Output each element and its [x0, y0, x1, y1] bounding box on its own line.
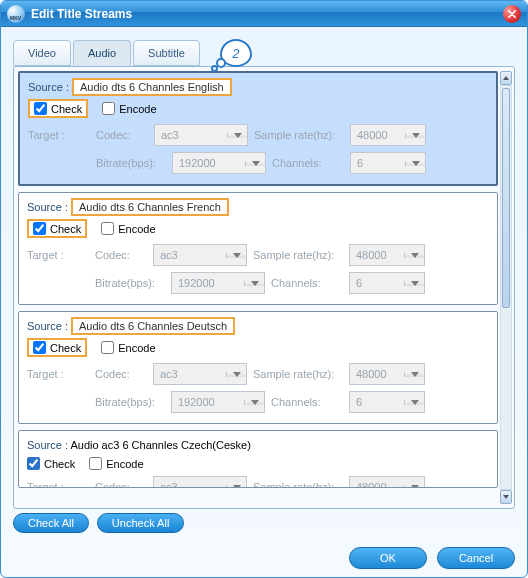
- tab-subtitle[interactable]: Subtitle: [133, 40, 200, 66]
- check-all-button[interactable]: Check All: [13, 513, 89, 533]
- tab-video[interactable]: Video: [13, 40, 71, 66]
- scroll-thumb[interactable]: [502, 88, 510, 308]
- sample-rate-label: Sample rate(hz):: [253, 368, 343, 380]
- streams-scrollarea: Source : Audio dts 6 Channles English Ch…: [18, 71, 498, 504]
- channels-combo-value: 6: [350, 396, 404, 408]
- codec-combo-dropdown-button[interactable]: [226, 485, 246, 489]
- chevron-down-icon: [411, 372, 419, 377]
- scroll-track[interactable]: [500, 85, 512, 490]
- bitrate-combo-dropdown-button[interactable]: [244, 281, 264, 286]
- codec-combo[interactable]: ac3: [153, 363, 247, 385]
- encode-group: Encode: [101, 341, 155, 354]
- target-label: Target :: [27, 481, 89, 488]
- uncheck-all-button[interactable]: Uncheck All: [97, 513, 184, 533]
- target-row-2: Bitrate(bps): 192000 Channels: 6: [27, 272, 489, 294]
- bitrate-label: Bitrate(bps):: [95, 277, 165, 289]
- channels-combo-dropdown-button[interactable]: [404, 281, 424, 286]
- encode-checkbox[interactable]: [101, 222, 114, 235]
- encode-checkbox[interactable]: [101, 341, 114, 354]
- bitrate-combo-dropdown-button[interactable]: [245, 161, 265, 166]
- bitrate-label: Bitrate(bps):: [96, 157, 166, 169]
- sample-rate-combo-dropdown-button[interactable]: [404, 485, 424, 489]
- check-group: Check: [27, 457, 75, 470]
- check-group: Check: [27, 338, 87, 357]
- sample-rate-combo[interactable]: 48000: [350, 124, 426, 146]
- ok-button[interactable]: OK: [349, 547, 427, 569]
- source-label: Source :: [27, 439, 68, 451]
- scroll-down-button[interactable]: [500, 490, 512, 504]
- tab-audio[interactable]: Audio: [73, 40, 131, 66]
- sample-rate-combo-dropdown-button[interactable]: [404, 372, 424, 377]
- channels-combo-dropdown-button[interactable]: [404, 400, 424, 405]
- sample-rate-label: Sample rate(hz):: [253, 249, 343, 261]
- check-label: Check: [51, 103, 82, 115]
- bitrate-combo[interactable]: 192000: [171, 391, 265, 413]
- close-button[interactable]: [503, 5, 521, 23]
- codec-combo[interactable]: ac3: [153, 244, 247, 266]
- check-checkbox[interactable]: [27, 457, 40, 470]
- bitrate-label: Bitrate(bps):: [95, 396, 165, 408]
- dialog-window: Edit Title Streams Video Audio Subtitle …: [0, 0, 528, 578]
- sample-rate-label: Sample rate(hz):: [254, 129, 344, 141]
- chevron-down-icon: [233, 253, 241, 258]
- step-callout: 2: [220, 39, 252, 67]
- channels-label: Channels:: [271, 396, 343, 408]
- cancel-button[interactable]: Cancel: [437, 547, 515, 569]
- sample-rate-combo-value: 48000: [350, 249, 404, 261]
- channels-combo-dropdown-button[interactable]: [405, 161, 425, 166]
- check-label: Check: [44, 458, 75, 470]
- sample-rate-combo-value: 48000: [350, 481, 404, 488]
- codec-combo-dropdown-button[interactable]: [226, 372, 246, 377]
- close-icon: [508, 10, 516, 18]
- source-value: Audio dts 6 Channles Deutsch: [71, 317, 235, 335]
- bitrate-combo[interactable]: 192000: [172, 152, 266, 174]
- titlebar: Edit Title Streams: [1, 1, 527, 27]
- check-checkbox[interactable]: [34, 102, 47, 115]
- channels-combo[interactable]: 6: [349, 391, 425, 413]
- stream-block: Source : Audio dts 6 Channles Deutsch Ch…: [18, 311, 498, 424]
- chevron-down-icon: [252, 161, 260, 166]
- check-checkbox[interactable]: [33, 341, 46, 354]
- scroll-up-button[interactable]: [500, 71, 512, 85]
- codec-label: Codec:: [95, 249, 147, 261]
- bitrate-combo-value: 192000: [172, 277, 244, 289]
- target-label: Target :: [27, 249, 89, 261]
- sample-rate-combo[interactable]: 48000: [349, 244, 425, 266]
- sample-rate-combo-dropdown-button[interactable]: [405, 133, 425, 138]
- source-label: Source :: [27, 201, 68, 213]
- bitrate-combo-dropdown-button[interactable]: [244, 400, 264, 405]
- target-row-1: Target : Codec: ac3 Sample rate(hz): 480…: [27, 244, 489, 266]
- encode-checkbox[interactable]: [89, 457, 102, 470]
- checkbox-row: Check Encode: [27, 219, 489, 238]
- source-label: Source :: [28, 81, 69, 93]
- codec-combo[interactable]: ac3: [153, 476, 247, 488]
- channels-combo[interactable]: 6: [349, 272, 425, 294]
- codec-combo-value: ac3: [154, 481, 226, 488]
- encode-label: Encode: [118, 223, 155, 235]
- chevron-down-icon: [411, 485, 419, 489]
- chevron-down-icon: [233, 485, 241, 489]
- channels-combo[interactable]: 6: [350, 152, 426, 174]
- source-line: Source : Audio dts 6 Channles Deutsch: [27, 320, 489, 332]
- chevron-down-icon: [234, 133, 242, 138]
- check-label: Check: [50, 342, 81, 354]
- bulk-action-bar: Check All Uncheck All: [13, 513, 515, 533]
- sample-rate-combo-dropdown-button[interactable]: [404, 253, 424, 258]
- encode-group: Encode: [101, 222, 155, 235]
- codec-combo[interactable]: ac3: [154, 124, 248, 146]
- sample-rate-combo[interactable]: 48000: [349, 363, 425, 385]
- chevron-down-icon: [412, 133, 420, 138]
- bitrate-combo[interactable]: 192000: [171, 272, 265, 294]
- target-row-2: Bitrate(bps): 192000 Channels: 6: [28, 152, 488, 174]
- window-title: Edit Title Streams: [31, 7, 503, 21]
- codec-combo-dropdown-button[interactable]: [226, 253, 246, 258]
- check-checkbox[interactable]: [33, 222, 46, 235]
- source-value: Audio dts 6 Channles English: [72, 78, 232, 96]
- source-label: Source :: [27, 320, 68, 332]
- sample-rate-combo[interactable]: 48000: [349, 476, 425, 488]
- encode-checkbox[interactable]: [102, 102, 115, 115]
- codec-combo-dropdown-button[interactable]: [227, 133, 247, 138]
- vertical-scrollbar[interactable]: [500, 71, 512, 504]
- target-label: Target :: [27, 368, 89, 380]
- codec-label: Codec:: [96, 129, 148, 141]
